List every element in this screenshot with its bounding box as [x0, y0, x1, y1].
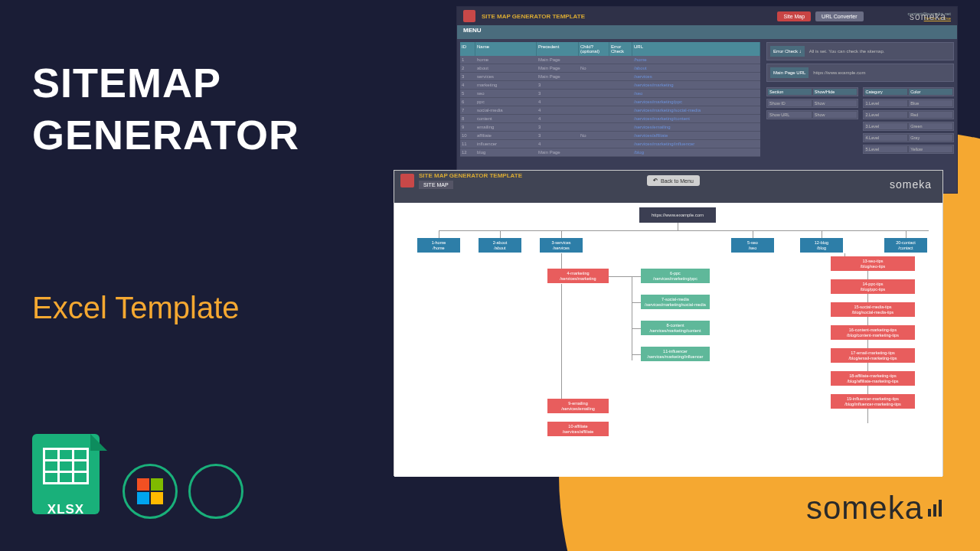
table-row: 6ppc4/services/marketing/ppc: [460, 98, 760, 106]
mainpage-label: Main Page URL: [770, 67, 808, 78]
table-row: Show IDShow: [766, 99, 858, 108]
table-row: 1homeMain Page/home: [460, 56, 760, 64]
error-check-msg: All is set. You can check the sitemap.: [809, 49, 885, 54]
table-row: 4.LevelGray: [863, 133, 955, 142]
table-row: 5.LevelYellow: [863, 145, 955, 154]
sitemap-node: 3-services/services: [540, 238, 583, 253]
th-category: Category: [864, 88, 909, 96]
windows-icon: [137, 478, 163, 504]
sitemap-node: 7-social-media/services/marketing/social…: [641, 295, 710, 309]
table-row: 3servicesMain Page/services: [460, 73, 760, 81]
table-row: 7social-media4/services/marketing/social…: [460, 106, 760, 115]
mainpage-value: https://www.example.com: [813, 70, 865, 75]
th-error: Error Check: [609, 42, 632, 56]
th-url: URL: [632, 42, 760, 56]
sitemap-node: 15-social-media-tips/blog/social-media-t…: [831, 302, 915, 317]
th-color: Color: [908, 88, 953, 96]
menu-tab: MENU: [457, 25, 957, 39]
sitemap-button[interactable]: Site Map: [777, 11, 811, 21]
sitemap-node: 6-ppc/services/marketing/ppc: [641, 269, 710, 283]
sitemap-node: 8-content/services/marketing/content: [641, 321, 710, 335]
th-showhide: Show/Hide: [812, 88, 858, 96]
apple-badge: [188, 464, 243, 519]
menu-sidebar: Error Check ↓ All is set. You can check …: [763, 39, 957, 192]
brand-text-shot1: someka: [910, 11, 946, 22]
table-row: 9emailing3/services/emailing: [460, 123, 760, 132]
th-id: ID: [460, 42, 475, 56]
template-title: SITE MAP GENERATOR TEMPLATE: [419, 172, 522, 179]
title-line2: GENERATOR: [32, 112, 299, 158]
table-row: 2aboutMain PageNo/about: [460, 64, 760, 73]
back-label: Back to Menu: [661, 178, 694, 184]
root-url-node: https://www.example.com: [639, 207, 716, 223]
app-logo-icon: [463, 10, 475, 22]
sitemap-node: 17-email-marketing-tips/blog/email-marke…: [831, 348, 915, 363]
sitemap-node: 20-contact/contact: [884, 238, 927, 253]
hero-title: SITEMAP GENERATOR: [32, 57, 299, 161]
th-precedent: Precedent: [537, 42, 579, 56]
table-row: 1.LevelBlue: [863, 99, 955, 108]
sitemap-node: 4-marketing/services/marketing: [547, 269, 609, 283]
sitemap-tab: SITE MAP: [419, 181, 453, 189]
sitemap-node: 18-affiliate-marketing-tips/blog/affilia…: [831, 371, 915, 386]
sitemap-node: 9-emailing/services/emailing: [547, 399, 609, 413]
screenshot-sitemap-sheet: SITE MAP GENERATOR TEMPLATE SITE MAP ↶ B…: [394, 170, 943, 476]
urlconverter-button[interactable]: URL Converter: [815, 11, 863, 21]
table-row: 12blogMain Page/blog: [460, 148, 760, 157]
back-to-menu-button[interactable]: ↶ Back to Menu: [647, 175, 700, 186]
menu-table: ID Name Precedent Child? (optional) Erro…: [457, 39, 763, 192]
th-name: Name: [475, 42, 537, 56]
bars-icon: [928, 500, 942, 517]
sitemap-node: 12-blog/blog: [800, 238, 843, 253]
th-child: Child? (optional): [579, 42, 609, 56]
template-title: SITE MAP GENERATOR TEMPLATE: [482, 13, 585, 20]
sitemap-node: 16-content-marketing-tips/blog/content-m…: [831, 325, 915, 340]
sitemap-node: 1-home/home: [417, 238, 460, 253]
back-arrow-icon: ↶: [653, 178, 658, 184]
table-row: 5seo3/seo: [460, 90, 760, 98]
sitemap-node: 19-influencer-marketing-tips/blog/influe…: [831, 394, 915, 409]
title-line1: SITEMAP: [32, 60, 221, 106]
brand-text: someka: [806, 490, 923, 527]
sitemap-node: 5-seo/seo: [731, 238, 774, 253]
sitemap-node: 13-seo-tips/blog/seo-tips: [831, 256, 915, 271]
sitemap-node: 11-influencer/services/marketing/influen…: [641, 347, 710, 361]
screenshot-menu-sheet: SITE MAP GENERATOR TEMPLATE Site Map URL…: [456, 6, 958, 194]
xlsx-file-icon: XLSX: [32, 434, 107, 522]
error-check-title: Error Check ↓: [770, 46, 805, 57]
xlsx-label: XLSX: [32, 502, 100, 517]
os-badges: [122, 464, 243, 519]
sitemap-node: 2-about/about: [479, 238, 521, 253]
windows-badge: [122, 464, 178, 519]
table-row: 10affiliate3No/services/affiliate: [460, 132, 760, 140]
table-row: 2.LevelRed: [863, 110, 955, 119]
brand-logo-bottom: someka: [806, 490, 942, 527]
hero-subtitle: Excel Template: [32, 291, 240, 325]
table-row: 8content4/services/marketing/content: [460, 115, 760, 123]
sitemap-node: 10-affiliate/services/affiliate: [547, 422, 609, 436]
table-row: Show URLShow: [766, 110, 858, 119]
grid-icon: [43, 448, 89, 484]
sitemap-node: 14-ppc-tips/blog/ppc-tips: [831, 279, 915, 294]
th-section: Section: [767, 88, 812, 96]
table-row: 3.LevelGreen: [863, 122, 955, 131]
app-logo-icon: [400, 174, 414, 187]
table-row: 4marketing3/services/marketing: [460, 81, 760, 90]
brand-text-shot2: someka: [890, 178, 932, 191]
table-row: 11influencer4/services/marketing/influen…: [460, 140, 760, 148]
